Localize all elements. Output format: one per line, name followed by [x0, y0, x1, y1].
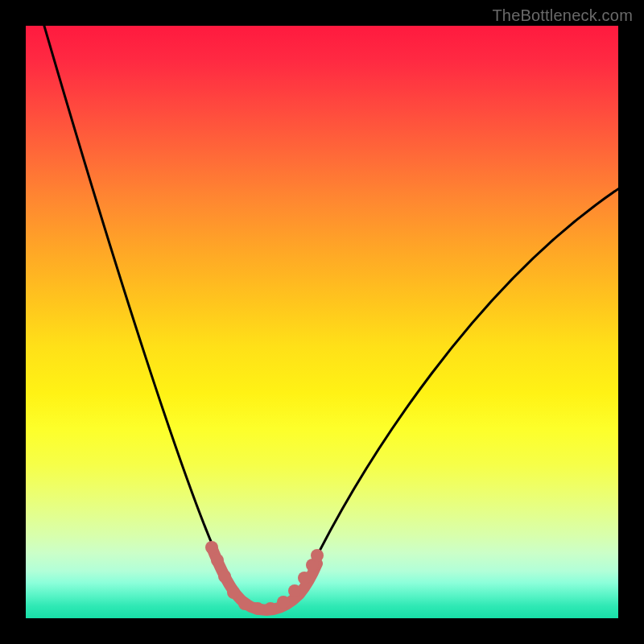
svg-point-4	[238, 597, 251, 610]
chart-svg	[26, 26, 618, 618]
chart-frame: TheBottleneck.com	[0, 0, 644, 644]
svg-point-0	[205, 541, 218, 554]
bottleneck-curve	[42, 26, 618, 610]
svg-point-8	[288, 584, 301, 597]
svg-point-9	[298, 572, 311, 584]
svg-point-3	[227, 586, 240, 599]
plot-area	[26, 26, 618, 618]
svg-point-2	[218, 570, 231, 583]
svg-point-1	[211, 554, 224, 567]
watermark-text: TheBottleneck.com	[492, 6, 633, 25]
svg-point-11	[311, 549, 324, 562]
svg-point-6	[264, 602, 277, 615]
optimal-band-dots	[205, 541, 324, 615]
svg-point-5	[251, 602, 264, 615]
svg-point-7	[277, 596, 290, 609]
